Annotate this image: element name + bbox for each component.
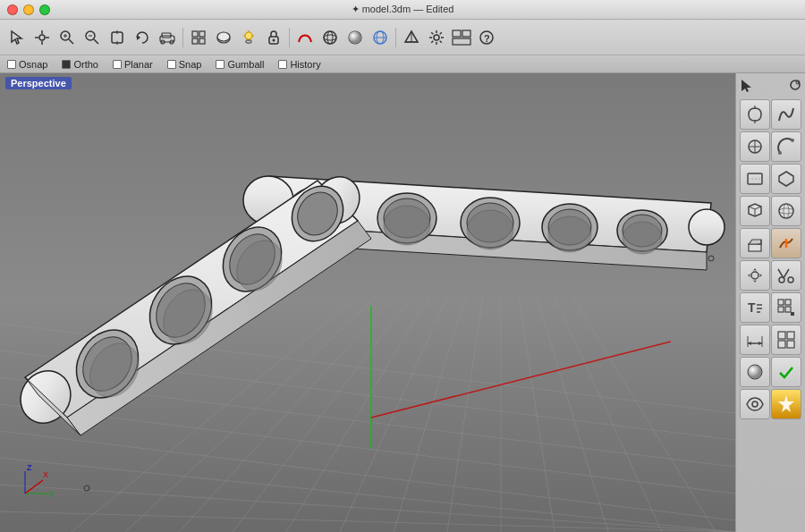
toolbar-curve[interactable] (293, 26, 317, 49)
svg-point-36 (324, 35, 336, 40)
rp-render-preview[interactable] (740, 357, 770, 387)
snap-ortho[interactable]: Ortho (62, 59, 98, 70)
svg-line-57 (0, 458, 735, 532)
rp-extrude-tool[interactable] (740, 228, 770, 258)
toolbar-rotate[interactable] (131, 26, 154, 49)
toolbar-object[interactable] (212, 26, 235, 49)
svg-point-136 (788, 277, 793, 283)
svg-rect-146 (785, 307, 791, 312)
rp-array-tool[interactable] (771, 292, 801, 323)
rp-point-tool[interactable] (740, 99, 770, 130)
svg-line-74 (371, 342, 671, 418)
svg-point-91 (623, 222, 662, 254)
viewport-perspective[interactable]: Perspective (0, 73, 735, 532)
svg-marker-160 (778, 395, 794, 412)
svg-marker-152 (758, 342, 762, 345)
close-button[interactable] (7, 4, 18, 15)
svg-rect-22 (199, 31, 205, 37)
rp-row-1 (740, 99, 801, 130)
toolbar-arrow-mesh[interactable] (400, 26, 423, 49)
toolbar-sphere[interactable] (318, 26, 342, 49)
gumball-checkbox[interactable] (216, 60, 225, 69)
toolbar-globe[interactable] (369, 26, 392, 49)
toolbar-pan[interactable] (106, 26, 129, 49)
history-checkbox[interactable] (278, 60, 287, 69)
toolbar-settings[interactable] (425, 26, 448, 49)
snap-planar[interactable]: Planar (113, 59, 153, 70)
rp-arc-tool[interactable] (771, 131, 801, 162)
rp-row-3 (740, 164, 801, 194)
svg-rect-145 (778, 307, 784, 312)
osnap-checkbox[interactable] (7, 60, 16, 69)
svg-point-121 (778, 151, 782, 155)
gumball-label: Gumball (227, 59, 264, 70)
svg-point-39 (349, 31, 361, 44)
rp-sun-tool[interactable] (771, 389, 801, 419)
toolbar-light[interactable] (237, 26, 260, 49)
svg-rect-153 (778, 332, 785, 339)
rp-box-tool[interactable] (740, 196, 770, 226)
circle-icon[interactable] (789, 79, 801, 93)
svg-point-46 (434, 35, 439, 40)
rp-trim-tool[interactable] (771, 260, 801, 291)
rp-rectangle-tool[interactable] (740, 164, 770, 194)
toolbar-grid[interactable] (187, 26, 210, 49)
planar-label: Planar (124, 59, 153, 70)
svg-point-34 (273, 38, 275, 41)
svg-rect-143 (778, 300, 784, 305)
minimize-button[interactable] (23, 4, 34, 15)
snap-label: Snap (179, 59, 202, 70)
svg-rect-49 (453, 38, 470, 45)
toolbar: ? (0, 20, 805, 55)
toolbar-lock[interactable] (262, 26, 285, 49)
toolbar-zoom[interactable] (55, 26, 79, 49)
rp-checkmark-tool[interactable] (771, 357, 801, 387)
rp-polygon-tool[interactable] (771, 164, 801, 194)
svg-text:X: X (43, 470, 48, 479)
ortho-checkbox[interactable] (62, 60, 71, 69)
snap-gumball[interactable]: Gumball (216, 59, 264, 70)
toolbar-view-layout[interactable] (450, 26, 473, 49)
svg-line-64 (286, 297, 429, 532)
rp-text-tool[interactable]: T (740, 292, 770, 323)
rp-row-2 (740, 131, 801, 162)
toolbar-zoom-out[interactable] (80, 26, 104, 49)
cursor-icon[interactable] (740, 79, 752, 97)
rp-surface-tool[interactable] (771, 228, 801, 258)
rp-curve-tool[interactable] (771, 99, 801, 130)
rp-row-9 (740, 357, 801, 387)
snap-osnap[interactable]: Osnap (7, 59, 47, 70)
toolbar-separator-1 (182, 28, 183, 47)
svg-rect-48 (462, 30, 470, 37)
planar-checkbox[interactable] (113, 60, 122, 69)
window-title: ✦ model.3dm — Edited (352, 4, 454, 15)
rp-row-8 (740, 325, 801, 355)
toolbar-separator-2 (289, 28, 290, 47)
main-area: Perspective (0, 73, 805, 532)
svg-rect-23 (192, 38, 198, 44)
snapbar: Osnap Ortho Planar Snap Gumball History (0, 55, 805, 73)
svg-rect-32 (246, 40, 251, 43)
rp-circle-tool[interactable] (740, 131, 770, 162)
toolbar-car[interactable] (156, 26, 179, 49)
rp-sphere-tool[interactable] (771, 196, 801, 226)
maximize-button[interactable] (39, 4, 50, 15)
rp-dim-tool[interactable] (740, 325, 770, 355)
toolbar-move[interactable] (30, 26, 54, 49)
snap-snap[interactable]: Snap (167, 59, 202, 70)
snap-checkbox[interactable] (167, 60, 176, 69)
svg-point-129 (779, 204, 793, 218)
toolbar-render[interactable] (343, 26, 367, 49)
rp-view-tool[interactable] (740, 389, 770, 419)
history-label: History (290, 59, 320, 70)
window-controls[interactable] (7, 4, 50, 15)
svg-marker-113 (741, 80, 751, 92)
svg-point-26 (217, 32, 230, 41)
toolbar-select[interactable] (5, 26, 29, 49)
snap-history[interactable]: History (278, 59, 320, 70)
toolbar-help[interactable]: ? (475, 26, 498, 49)
svg-point-35 (324, 31, 336, 44)
rp-block-tool[interactable] (771, 325, 801, 355)
rp-move-tool[interactable] (740, 260, 770, 291)
svg-marker-125 (779, 172, 793, 186)
